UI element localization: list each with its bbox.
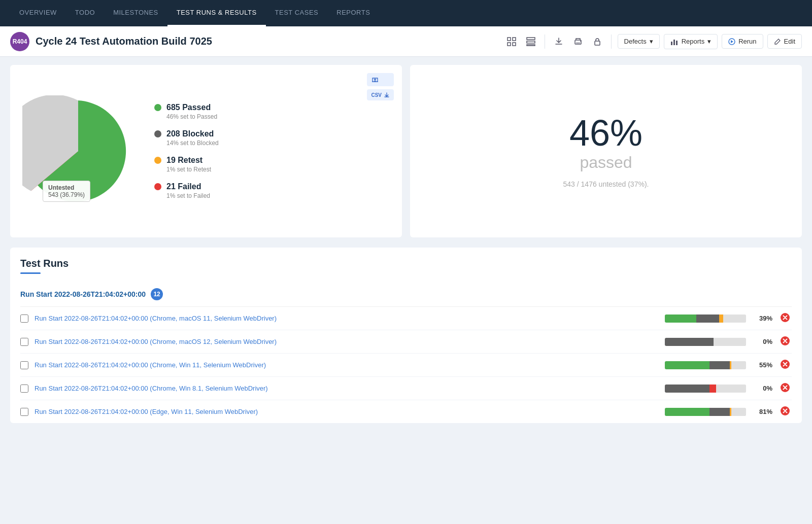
rerun-label: Rerun	[738, 38, 756, 45]
progress-segment	[731, 408, 746, 416]
delete-icon	[781, 336, 790, 345]
run-label[interactable]: Run Start 2022-08-26T21:04:02+00:00 (Chr…	[35, 385, 659, 392]
header-actions: Defects ▾ Reports ▾ Rerun Edit	[504, 34, 802, 49]
nav-item-reports[interactable]: REPORTS	[327, 0, 379, 26]
legend: 685 Passed 46% set to Passed 208 Blocked…	[154, 103, 219, 199]
run-checkbox[interactable]	[20, 338, 28, 346]
image-download-icon	[371, 76, 379, 84]
run-percent: 0%	[752, 338, 772, 345]
legend-count: 19 Retest	[166, 156, 211, 165]
run-delete-button[interactable]	[779, 406, 792, 417]
nav-item-todo[interactable]: TODO	[66, 0, 104, 26]
run-delete-button[interactable]	[779, 313, 792, 324]
legend-dot	[154, 104, 161, 111]
separator2	[611, 34, 612, 49]
pie-svg	[22, 95, 134, 207]
export-icon	[554, 37, 563, 46]
rerun-icon	[728, 38, 735, 45]
grid-view-btn[interactable]	[504, 34, 519, 49]
progress-segment	[719, 315, 723, 323]
progress-segment	[731, 361, 746, 369]
run-checkbox[interactable]	[20, 361, 28, 369]
progress-segment	[709, 385, 716, 393]
run-group-label[interactable]: Run Start 2022-08-26T21:04:02+00:00	[20, 290, 146, 298]
legend-count: 208 Blocked	[166, 129, 219, 138]
svg-rect-0	[507, 38, 511, 41]
run-checkbox[interactable]	[20, 315, 28, 323]
progress-segment	[696, 315, 719, 323]
legend-count: 685 Passed	[166, 103, 217, 112]
run-percent: 0%	[752, 385, 772, 392]
nav-item-milestones[interactable]: MILESTONES	[104, 0, 167, 26]
stats-row: Untested 543 (36.79%) 685 Passed 46% set…	[10, 65, 802, 237]
main-content: Untested 543 (36.79%) 685 Passed 46% set…	[0, 57, 812, 524]
progress-segment	[665, 385, 709, 393]
run-delete-button[interactable]	[779, 383, 792, 394]
header-bar: R404 Cycle 24 Test Automation Build 7025	[0, 26, 812, 57]
svg-rect-3	[513, 43, 516, 46]
legend-item: 208 Blocked 14% set to Blocked	[154, 129, 219, 147]
top-nav: OVERVIEWTODOMILESTONESTEST RUNS & RESULT…	[0, 0, 812, 26]
export-btn[interactable]	[551, 34, 566, 49]
chart-card: Untested 543 (36.79%) 685 Passed 46% set…	[10, 65, 402, 237]
progress-segment	[709, 361, 730, 369]
svg-rect-10	[595, 41, 600, 45]
reports-label: Reports	[682, 38, 705, 45]
chart-actions: CSV	[367, 73, 394, 100]
print-btn[interactable]	[570, 34, 586, 49]
nav-item-overview[interactable]: OVERVIEW	[10, 0, 66, 26]
bar-chart-icon	[670, 38, 679, 46]
legend-sub: 1% set to Failed	[166, 192, 210, 199]
legend-dot	[154, 183, 161, 190]
run-delete-button[interactable]	[779, 360, 792, 370]
run-delete-button[interactable]	[779, 336, 792, 347]
edit-button[interactable]: Edit	[767, 34, 802, 49]
pie-chart: Untested 543 (36.79%)	[22, 95, 134, 207]
run-label[interactable]: Run Start 2022-08-26T21:04:02+00:00 (Chr…	[35, 338, 659, 345]
progress-bar	[665, 315, 746, 323]
pass-percent: 46%	[569, 115, 642, 151]
reports-dropdown[interactable]: Reports ▾	[664, 34, 718, 49]
svg-rect-6	[527, 45, 535, 46]
nav-item-test-cases[interactable]: TEST CASES	[266, 0, 328, 26]
run-label[interactable]: Run Start 2022-08-26T21:04:02+00:00 (Edg…	[35, 408, 659, 415]
run-badge: R404	[10, 32, 29, 51]
legend-label: 21 Failed 1% set to Failed	[166, 182, 210, 199]
progress-bar	[665, 361, 746, 369]
delete-icon	[781, 406, 790, 415]
legend-sub: 1% set to Retest	[166, 166, 211, 173]
run-rows-container: Run Start 2022-08-26T21:04:02+00:00 (Chr…	[20, 307, 792, 423]
progress-segment	[714, 338, 746, 346]
run-checkbox[interactable]	[20, 408, 28, 416]
download-img-btn[interactable]	[367, 73, 394, 86]
progress-bar	[665, 385, 746, 393]
csv-label: CSV	[371, 92, 382, 98]
svg-rect-12	[673, 40, 675, 45]
svg-point-9	[580, 41, 581, 42]
svg-rect-11	[671, 42, 672, 45]
download-csv-btn[interactable]: CSV	[367, 89, 394, 100]
untested-label: 543 / 1476 untested (37%).	[563, 180, 649, 188]
nav-item-test-runs---results[interactable]: TEST RUNS & RESULTS	[167, 0, 266, 26]
table-row: Run Start 2022-08-26T21:04:02+00:00 (Chr…	[20, 307, 792, 330]
run-label[interactable]: Run Start 2022-08-26T21:04:02+00:00 (Chr…	[35, 361, 659, 369]
svg-rect-4	[527, 38, 535, 40]
legend-sub: 46% set to Passed	[166, 113, 217, 120]
rerun-button[interactable]: Rerun	[722, 34, 763, 49]
table-row: Run Start 2022-08-26T21:04:02+00:00 (Chr…	[20, 330, 792, 354]
svg-rect-8	[576, 42, 580, 44]
page-title: Cycle 24 Test Automation Build 7025	[36, 36, 498, 47]
run-checkbox[interactable]	[20, 385, 28, 393]
list-view-btn[interactable]	[523, 34, 538, 49]
legend-dot	[154, 130, 161, 137]
separator	[545, 34, 545, 49]
lock-btn[interactable]	[590, 34, 605, 49]
progress-segment	[709, 408, 730, 416]
run-label[interactable]: Run Start 2022-08-26T21:04:02+00:00 (Chr…	[35, 315, 659, 322]
defects-dropdown[interactable]: Defects ▾	[618, 34, 660, 49]
test-runs-section: Test Runs Run Start 2022-08-26T21:04:02+…	[10, 248, 802, 423]
svg-rect-1	[513, 38, 516, 41]
run-count-badge: 12	[151, 288, 163, 300]
svg-rect-5	[527, 41, 535, 43]
run-percent: 81%	[752, 408, 772, 415]
